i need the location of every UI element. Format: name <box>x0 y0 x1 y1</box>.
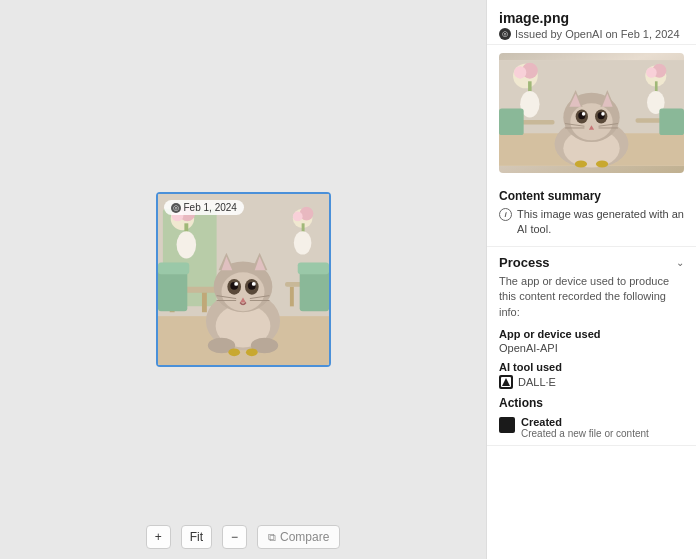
svg-rect-62 <box>499 109 524 135</box>
svg-point-67 <box>570 103 612 140</box>
action-content: Created Created a new file or content <box>521 416 649 439</box>
cat-illustration-thumb <box>158 194 329 365</box>
ai-tool-row: DALL·E <box>499 375 684 389</box>
svg-point-14 <box>292 212 302 222</box>
svg-point-8 <box>176 231 196 258</box>
content-summary-body: i This image was generated with an AI to… <box>499 207 684 238</box>
action-icon <box>499 417 515 433</box>
preview-image <box>499 53 684 173</box>
content-summary-section: Content summary i This image was generat… <box>487 181 696 247</box>
svg-point-52 <box>514 66 526 78</box>
minus-icon: − <box>231 530 238 544</box>
svg-point-46 <box>245 348 257 356</box>
file-title: image.png <box>499 10 684 26</box>
issued-by-text: Issued by OpenAI on Feb 1, 2024 <box>515 28 680 40</box>
content-summary-desc: This image was generated with an AI tool… <box>517 207 684 238</box>
info-icon: i <box>499 208 512 221</box>
svg-rect-63 <box>659 109 684 135</box>
svg-rect-21 <box>158 262 189 274</box>
preview-svg <box>499 53 684 173</box>
svg-point-83 <box>575 161 587 168</box>
svg-rect-23 <box>297 262 328 274</box>
svg-point-27 <box>221 272 264 311</box>
compare-icon: ⧉ <box>268 531 276 544</box>
openai-icon: ◎ <box>499 28 511 40</box>
process-section: Process ⌄ The app or device used to prod… <box>487 247 696 446</box>
date-badge: ◎ Feb 1, 2024 <box>164 200 244 215</box>
zoom-out-button[interactable]: − <box>222 525 247 549</box>
svg-point-45 <box>228 348 240 356</box>
image-thumbnail[interactable]: ◎ Feb 1, 2024 <box>156 192 331 367</box>
process-description: The app or device used to produce this c… <box>499 274 684 320</box>
chevron-down-icon[interactable]: ⌄ <box>676 257 684 268</box>
dalle-icon <box>499 375 513 389</box>
issued-by-row: ◎ Issued by OpenAI on Feb 1, 2024 <box>499 28 684 40</box>
process-header: Process ⌄ <box>499 255 684 270</box>
openai-badge-icon: ◎ <box>171 203 181 213</box>
svg-point-36 <box>234 282 238 286</box>
app-label: App or device used <box>499 328 684 340</box>
svg-rect-11 <box>201 293 206 313</box>
app-value: OpenAI-API <box>499 342 684 354</box>
bottom-toolbar: + Fit − ⧉ Compare <box>0 525 486 549</box>
panel-header: image.png ◎ Issued by OpenAI on Feb 1, 2… <box>487 0 696 45</box>
thumbnail-date: Feb 1, 2024 <box>184 202 237 213</box>
zoom-in-button[interactable]: + <box>146 525 171 549</box>
svg-point-58 <box>646 67 657 78</box>
svg-rect-18 <box>289 287 293 307</box>
cat-svg-thumb <box>158 194 329 365</box>
fit-label: Fit <box>190 530 203 544</box>
content-summary-title: Content summary <box>499 189 684 203</box>
actions-title: Actions <box>499 396 684 410</box>
svg-point-16 <box>293 231 311 254</box>
fit-button[interactable]: Fit <box>181 525 212 549</box>
main-canvas: ◎ Feb 1, 2024 <box>0 0 486 559</box>
ai-tool-label: AI tool used <box>499 361 684 373</box>
svg-point-76 <box>582 112 586 116</box>
action-item: Created Created a new file or content <box>499 416 684 439</box>
action-name: Created <box>521 416 649 428</box>
compare-button[interactable]: ⧉ Compare <box>257 525 340 549</box>
compare-label: Compare <box>280 530 329 544</box>
action-desc: Created a new file or content <box>521 428 649 439</box>
svg-point-77 <box>601 112 605 116</box>
svg-point-84 <box>596 161 608 168</box>
ai-tool-value: DALL·E <box>518 376 556 388</box>
right-panel: image.png ◎ Issued by OpenAI on Feb 1, 2… <box>486 0 696 559</box>
svg-point-37 <box>251 282 255 286</box>
process-title: Process <box>499 255 550 270</box>
plus-icon: + <box>155 530 162 544</box>
